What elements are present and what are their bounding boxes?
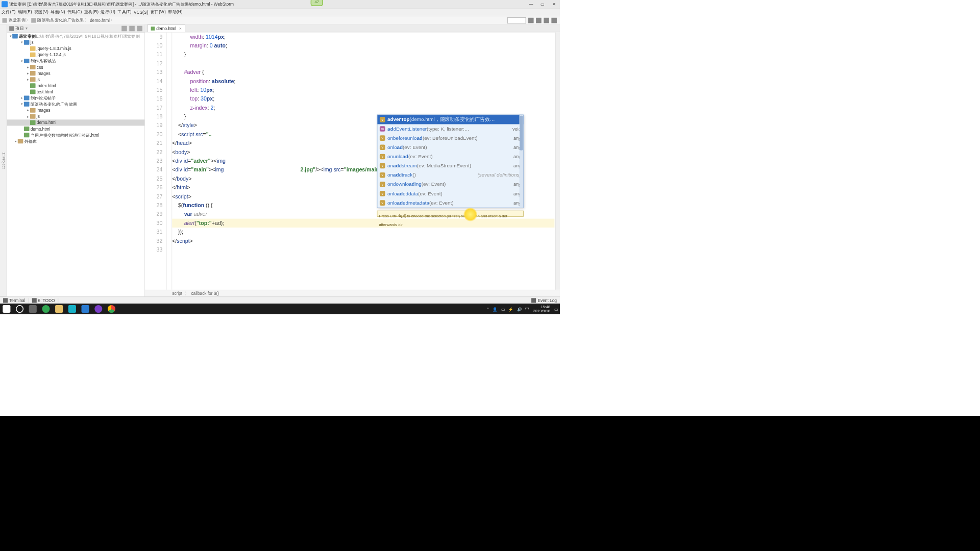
completion-item[interactable]: vonload(ev: Event)any <box>377 143 523 152</box>
menu-item[interactable]: 导航(N) <box>51 9 65 15</box>
tree-node[interactable]: ▸css <box>7 64 145 70</box>
todo-tab[interactable]: 6: TODO <box>29 298 58 303</box>
completion-item[interactable]: vadverTop(demo.html，随滚动条变化的广告效… <box>377 115 523 124</box>
close-button[interactable]: ✕ <box>548 2 560 7</box>
folder-icon <box>3 18 7 22</box>
app-icon <box>2 1 8 7</box>
start-button[interactable] <box>0 304 13 314</box>
gear-icon[interactable] <box>121 26 127 31</box>
tree-node[interactable]: ▸images <box>7 70 145 77</box>
explorer-icon[interactable] <box>53 304 66 314</box>
collapse-icon[interactable] <box>129 26 135 31</box>
tree-node[interactable]: 当用户提交数据的时候进行验证.html <box>7 132 145 138</box>
tree-root[interactable]: ▾课堂案例 E:\奇数\暑假合7班\2019年9月18日视频和资料\课堂案例 <box>7 33 145 39</box>
tree-node[interactable]: jquery-1.12.4.js <box>7 52 145 58</box>
maximize-button[interactable]: ▭ <box>537 2 549 7</box>
completion-item[interactable]: vonloadedmetadata(ev: Event)any <box>377 198 523 208</box>
menu-item[interactable]: 重构(R) <box>84 9 99 15</box>
nav-breadcrumb: 课堂案例 〉 随滚动条变化的广告效果 〉 demo.html 〉 <box>0 16 560 25</box>
tree-node[interactable]: ▸js <box>7 113 145 119</box>
menu-item[interactable]: 代码(C) <box>67 9 82 15</box>
popup-scrollbar[interactable] <box>520 115 524 207</box>
webstorm-icon[interactable] <box>66 304 79 314</box>
notification-icon[interactable]: ▭ <box>554 307 558 311</box>
completion-item[interactable]: vonaddtrack()(several definitions) <box>377 170 523 180</box>
close-tab-icon[interactable]: × <box>179 26 182 31</box>
tree-node[interactable]: jquery-1.8.3.min.js <box>7 45 145 52</box>
taskbar-clock[interactable]: 15:482019/9/18 <box>533 305 550 313</box>
browser-icon[interactable] <box>92 304 105 314</box>
crumb-folder[interactable]: 随滚动条变化的广告效果 <box>37 17 84 23</box>
tray-people-icon[interactable]: 👤 <box>493 307 497 311</box>
tray-battery-icon[interactable]: ▭ <box>501 307 505 311</box>
edge-icon[interactable] <box>39 304 53 314</box>
completion-item[interactable]: maddEventListener(type: K, listener:…voi… <box>377 124 523 133</box>
tree-node[interactable]: test.html <box>7 89 145 95</box>
menu-item[interactable]: 帮助(H) <box>168 9 182 15</box>
left-tool-gutter[interactable]: 1: Project 7: Structure 2: Favorites <box>0 24 7 296</box>
terminal-tab[interactable]: Terminal <box>0 298 29 303</box>
window-title: 课堂案例 [E:\奇数\暑假合7班\2019年9月18日视频和资料\课堂案例] … <box>9 1 525 7</box>
menu-item[interactable]: 窗口(W) <box>151 9 166 15</box>
autocomplete-popup[interactable]: vadverTop(demo.html，随滚动条变化的广告效…maddEvent… <box>377 115 524 208</box>
menu-item[interactable]: 编辑(E) <box>18 9 32 15</box>
tree-node[interactable]: index.html <box>7 83 145 89</box>
editor-tab-label: demo.html <box>156 26 176 31</box>
completion-item[interactable]: vonbeforeunload(ev: BeforeUnloadEvent)an… <box>377 134 523 143</box>
project-panel: 项目 ▾ ▾课堂案例 E:\奇数\暑假合7班\2019年9月18日视频和资料\课… <box>7 24 145 296</box>
run-icon[interactable] <box>528 17 534 23</box>
tree-node[interactable]: ▾随滚动条变化的广告效果 <box>7 101 145 107</box>
line-gutter: 9101112131415161718192021222324252627282… <box>145 33 166 290</box>
tree-node[interactable]: ▸images <box>7 107 145 113</box>
hide-icon[interactable] <box>137 26 142 31</box>
cortana-icon[interactable] <box>13 304 27 314</box>
windows-taskbar[interactable]: ˄ 👤 ▭ ⚡ 🔊 中 15:482019/9/18 ▭ <box>0 304 560 314</box>
html-icon <box>151 27 155 31</box>
editor-scrollbar[interactable] <box>555 33 560 290</box>
completion-item[interactable]: vonaddstream(ev: MediaStreamEvent)any <box>377 161 523 170</box>
tree-node[interactable]: ▸js <box>7 77 145 83</box>
main-menu[interactable]: 文件(F)编辑(E)视图(V)导航(N)代码(C)重构(R)运行(U)工具(T)… <box>0 9 560 16</box>
editor-tab[interactable]: demo.html × <box>148 24 185 32</box>
debug-icon[interactable] <box>536 17 542 23</box>
menu-item[interactable]: 视图(V) <box>34 9 48 15</box>
crumb-file[interactable]: demo.html <box>90 18 110 22</box>
project-tree[interactable]: ▾课堂案例 E:\奇数\暑假合7班\2019年9月18日视频和资料\课堂案例▾j… <box>7 33 145 297</box>
tree-node[interactable]: ▸制作论坛帖子 <box>7 95 145 101</box>
fold-gutter[interactable] <box>167 33 173 290</box>
completion-item[interactable]: vonloadeddata(ev: Event)any <box>377 189 523 198</box>
search-icon[interactable] <box>551 17 557 23</box>
editor-tabbar: demo.html × <box>145 24 560 32</box>
tray-wifi-icon[interactable]: ⚡ <box>508 307 513 311</box>
editor-breadcrumb[interactable]: script〉callback for $() <box>145 290 560 297</box>
menu-item[interactable]: 文件(F) <box>2 9 15 15</box>
menu-item[interactable]: 运行(U) <box>101 9 115 15</box>
menu-item[interactable]: 工具(T) <box>117 9 131 15</box>
code-editor[interactable]: 9101112131415161718192021222324252627282… <box>145 33 560 290</box>
run-config-dropdown[interactable] <box>507 17 526 23</box>
completion-item[interactable]: vonunload(ev: Event)any <box>377 152 523 161</box>
tree-node[interactable]: ▸外部库 <box>7 138 145 144</box>
project-panel-header: 项目 ▾ <box>7 24 145 32</box>
notification-badge[interactable]: 47 <box>311 0 323 6</box>
tree-node[interactable]: ▾js <box>7 39 145 45</box>
task-view-icon[interactable] <box>26 304 39 314</box>
window-titlebar: 课堂案例 [E:\奇数\暑假合7班\2019年9月18日视频和资料\课堂案例] … <box>0 0 560 9</box>
tool-tab-structure: 7: Structure <box>0 24 1 296</box>
project-icon <box>9 26 14 31</box>
completion-item[interactable]: vondownloading(ev: Event)any <box>377 180 523 189</box>
editor-area: demo.html × 9101112131415161718192021222… <box>145 24 560 296</box>
crumb-root[interactable]: 课堂案例 <box>9 17 26 23</box>
tray-up-icon[interactable]: ˄ <box>487 307 489 311</box>
tree-node[interactable]: demo.html <box>7 119 145 126</box>
tree-node[interactable]: demo.html <box>7 126 145 132</box>
minimize-button[interactable]: — <box>525 2 537 7</box>
tray-ime-icon[interactable]: 中 <box>525 306 529 312</box>
stop-icon[interactable] <box>544 17 549 23</box>
chrome-icon[interactable] <box>105 304 118 314</box>
word-icon[interactable] <box>79 304 92 314</box>
tray-volume-icon[interactable]: 🔊 <box>517 307 522 311</box>
menu-item[interactable]: VCS(S) <box>134 10 148 14</box>
tree-node[interactable]: ▾制作凡客诚品 <box>7 58 145 64</box>
event-log-button[interactable]: Event Log <box>531 298 560 303</box>
